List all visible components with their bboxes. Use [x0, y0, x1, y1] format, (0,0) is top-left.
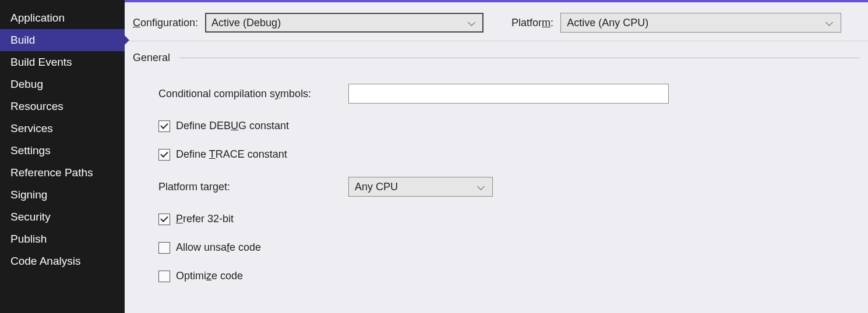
- checkbox-label: Define DEBUG constant: [176, 120, 289, 132]
- sidebar-item-label: Security: [10, 211, 51, 223]
- checkbox-allow-unsafe[interactable]: [158, 242, 170, 254]
- sidebar: Application Build Build Events Debug Res…: [0, 0, 125, 313]
- sidebar-item-code-analysis[interactable]: Code Analysis: [0, 250, 125, 272]
- sidebar-item-label: Resources: [10, 100, 63, 112]
- sidebar-item-reference-paths[interactable]: Reference Paths: [0, 162, 125, 184]
- platform-target-value: Any CPU: [355, 181, 398, 193]
- chevron-down-icon: [825, 20, 835, 26]
- row-prefer-32bit: Prefer 32-bit: [158, 213, 860, 225]
- checkbox-label: Prefer 32-bit: [176, 213, 234, 225]
- sidebar-item-label: Build: [10, 34, 35, 46]
- sidebar-item-debug[interactable]: Debug: [0, 73, 125, 95]
- checkbox-define-debug[interactable]: [158, 120, 170, 132]
- row-symbols: Conditional compilation symbols:: [158, 84, 860, 104]
- sidebar-item-application[interactable]: Application: [0, 7, 125, 29]
- checkbox-optimize-code[interactable]: [158, 271, 170, 282]
- row-define-debug: Define DEBUG constant: [158, 120, 860, 132]
- sidebar-item-label: Build Events: [10, 56, 72, 68]
- main-pane: Configuration: Active (Debug) Platform: …: [125, 0, 868, 313]
- sidebar-item-label: Settings: [10, 144, 51, 156]
- configuration-value: Active (Debug): [211, 17, 281, 29]
- sidebar-item-build-events[interactable]: Build Events: [0, 51, 125, 73]
- checkbox-prefer-32bit[interactable]: [158, 214, 170, 225]
- sidebar-item-label: Code Analysis: [10, 255, 80, 267]
- sidebar-item-label: Publish: [10, 233, 47, 245]
- platform-target-label: Platform target:: [158, 181, 348, 193]
- form-area: Conditional compilation symbols: Define …: [133, 84, 860, 282]
- sidebar-item-settings[interactable]: Settings: [0, 140, 125, 162]
- sidebar-item-label: Reference Paths: [10, 166, 93, 179]
- section-title: General: [133, 52, 170, 64]
- section-header-general: General: [133, 52, 860, 64]
- sidebar-item-build[interactable]: Build: [0, 29, 125, 51]
- sidebar-item-resources[interactable]: Resources: [0, 95, 125, 118]
- configuration-label: Configuration:: [133, 17, 198, 29]
- platform-target-dropdown[interactable]: Any CPU: [348, 177, 493, 197]
- section-rule: [179, 58, 860, 58]
- row-platform-target: Platform target: Any CPU: [158, 177, 860, 197]
- platform-label: Platform:: [511, 17, 553, 29]
- symbols-input[interactable]: [348, 84, 669, 104]
- chevron-down-icon: [477, 184, 486, 190]
- checkbox-label: Allow unsafe code: [176, 241, 261, 254]
- sidebar-item-label: Application: [10, 12, 65, 24]
- checkbox-define-trace[interactable]: [158, 149, 170, 161]
- sidebar-item-label: Services: [10, 122, 53, 134]
- sidebar-item-publish[interactable]: Publish: [0, 228, 125, 250]
- row-optimize-code: Optimize code: [158, 270, 860, 282]
- platform-value: Active (Any CPU): [567, 17, 648, 29]
- sidebar-item-label: Debug: [10, 78, 43, 90]
- configuration-dropdown[interactable]: Active (Debug): [205, 13, 484, 33]
- platform-dropdown[interactable]: Active (Any CPU): [560, 13, 841, 33]
- symbols-label: Conditional compilation symbols:: [158, 88, 348, 100]
- chevron-down-icon: [468, 20, 477, 26]
- row-allow-unsafe: Allow unsafe code: [158, 241, 860, 254]
- sidebar-item-services[interactable]: Services: [0, 118, 125, 140]
- sidebar-item-security[interactable]: Security: [0, 206, 125, 228]
- content-area: General Conditional compilation symbols:…: [125, 41, 868, 293]
- top-row: Configuration: Active (Debug) Platform: …: [125, 2, 868, 41]
- checkbox-label: Define TRACE constant: [176, 148, 287, 161]
- row-define-trace: Define TRACE constant: [158, 148, 860, 161]
- sidebar-item-label: Signing: [10, 188, 47, 201]
- sidebar-item-signing[interactable]: Signing: [0, 184, 125, 206]
- checkbox-label: Optimize code: [176, 270, 243, 282]
